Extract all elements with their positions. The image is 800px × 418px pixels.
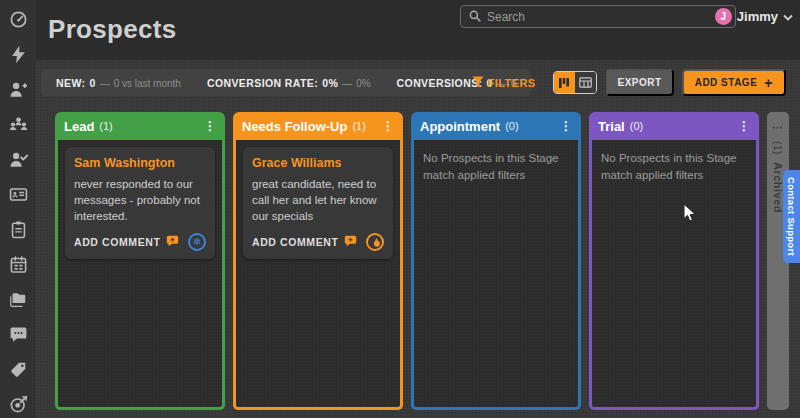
prospect-note: never responded to our messages - probab… — [74, 176, 206, 224]
stat-label: CONVERSION RATE: — [207, 77, 318, 89]
stat-conversion-rate: CONVERSION RATE: 0% — 0% — [207, 77, 371, 89]
stat-delta: 0% — [356, 78, 370, 89]
lightning-icon[interactable] — [8, 44, 28, 64]
page-title: Prospects — [48, 14, 176, 45]
stat-delta: 0 vs last month — [114, 78, 181, 89]
stage-header: Appointment (0) ⋮ — [411, 112, 581, 140]
board-toolbar: FILTERS EXPORT ADD STAGE + — [472, 69, 786, 96]
user-menu[interactable]: J Jimmy — [715, 7, 793, 25]
prospect-name: Sam Washington — [74, 156, 206, 170]
comment-bubble-icon — [344, 235, 357, 249]
stage-body: No Prospects in this Stage match applied… — [411, 140, 581, 410]
comment-bubble-icon — [166, 235, 179, 249]
filters-button[interactable]: FILTERS — [472, 76, 536, 90]
stage-header: Lead (1) ⋮ — [55, 112, 225, 140]
stage-count: (0) — [630, 120, 643, 132]
kanban-board: Lead (1) ⋮ Sam Washington never responde… — [55, 112, 800, 410]
add-comment-button[interactable]: ADD COMMENT — [74, 235, 179, 249]
stat-label: CONVERSIONS: — [397, 77, 483, 89]
stage-name: Appointment — [420, 119, 500, 134]
stage-menu-icon[interactable]: ⋮ — [204, 120, 216, 132]
search-box[interactable]: × — [460, 5, 736, 28]
add-stage-label: ADD STAGE — [695, 77, 758, 88]
chevron-down-icon — [783, 7, 793, 25]
stage-column-trial: Trial (0) ⋮ No Prospects in this Stage m… — [589, 112, 759, 410]
stage-column-appointment: Appointment (0) ⋮ No Prospects in this S… — [411, 112, 581, 410]
stage-header: Trial (0) ⋮ — [589, 112, 759, 140]
stage-count: (0) — [505, 120, 518, 132]
search-input[interactable] — [487, 10, 713, 24]
stage-name: Needs Follow-Up — [242, 119, 347, 134]
cold-indicator-icon[interactable]: ❄ — [188, 233, 206, 251]
add-comment-label: ADD COMMENT — [252, 236, 339, 248]
dashboard-gauge-icon[interactable] — [8, 9, 28, 29]
stat-separator: — — [342, 78, 352, 89]
filters-label: FILTERS — [488, 77, 536, 89]
table-view-button[interactable] — [575, 72, 596, 93]
topbar: Prospects × J Jimmy — [36, 0, 800, 60]
empty-stage-message: No Prospects in this Stage match applied… — [421, 147, 571, 186]
folders-icon[interactable] — [8, 289, 28, 309]
export-button[interactable]: EXPORT — [606, 69, 674, 96]
hot-indicator-icon[interactable] — [366, 233, 384, 251]
prospects-page: Prospects × J Jimmy NEW: 0 — 0 vs last m… — [0, 0, 800, 418]
stage-count: (1) — [772, 141, 784, 154]
stat-label: NEW: — [56, 77, 85, 89]
stats-bar: NEW: 0 — 0 vs last month CONVERSION RATE… — [41, 69, 531, 96]
contact-support-tab[interactable]: Contact Support — [783, 170, 800, 263]
clipboard-icon[interactable] — [8, 219, 28, 239]
target-icon[interactable] — [8, 394, 28, 414]
contact-card-icon[interactable] — [8, 184, 28, 204]
tag-icon[interactable] — [8, 359, 28, 379]
add-comment-label: ADD COMMENT — [74, 236, 161, 248]
card-actions: ADD COMMENT — [252, 233, 384, 251]
search-icon — [469, 8, 481, 26]
stat-value: 0% — [322, 77, 338, 89]
kanban-view-button[interactable] — [554, 72, 575, 93]
stage-count: (1) — [99, 120, 112, 132]
prospect-card[interactable]: Grace Williams great candidate, need to … — [243, 147, 393, 259]
add-stage-button[interactable]: ADD STAGE + — [682, 69, 786, 96]
left-nav-sidebar — [0, 0, 36, 418]
card-actions: ADD COMMENT ❄ — [74, 233, 206, 251]
chat-icon[interactable] — [8, 324, 28, 344]
contact-support-label: Contact Support — [786, 177, 797, 256]
prospect-card[interactable]: Sam Washington never responded to our me… — [65, 147, 215, 259]
empty-stage-message: No Prospects in this Stage match applied… — [599, 147, 749, 186]
user-avatar: J — [715, 8, 732, 25]
stage-column-lead: Lead (1) ⋮ Sam Washington never responde… — [55, 112, 225, 410]
stage-menu-icon[interactable]: ⋮ — [382, 120, 394, 132]
stat-new: NEW: 0 — 0 vs last month — [56, 77, 181, 89]
stage-body: Grace Williams great candidate, need to … — [233, 140, 403, 410]
stage-header: Needs Follow-Up (1) ⋮ — [233, 112, 403, 140]
board-area: NEW: 0 — 0 vs last month CONVERSION RATE… — [36, 60, 800, 418]
prospect-note: great candidate, need to call her and le… — [252, 176, 384, 224]
stage-count: (1) — [352, 120, 365, 132]
calendar-icon[interactable] — [8, 254, 28, 274]
stage-menu-icon[interactable]: ⋯ — [772, 121, 784, 134]
stage-name: Lead — [64, 119, 94, 134]
stat-value: 0 — [89, 77, 95, 89]
add-person-icon[interactable] — [8, 79, 28, 99]
stage-column-needs-follow-up: Needs Follow-Up (1) ⋮ Grace Williams gre… — [233, 112, 403, 410]
stat-separator: — — [100, 78, 110, 89]
stage-name: Trial — [598, 119, 625, 134]
user-name: Jimmy — [737, 9, 778, 24]
filter-funnel-icon — [472, 76, 484, 90]
add-comment-button[interactable]: ADD COMMENT — [252, 235, 357, 249]
stage-body: Sam Washington never responded to our me… — [55, 140, 225, 410]
prospect-name: Grace Williams — [252, 156, 384, 170]
stage-body: No Prospects in this Stage match applied… — [589, 140, 759, 410]
stage-menu-icon[interactable]: ⋮ — [560, 120, 572, 132]
stage-menu-icon[interactable]: ⋮ — [738, 120, 750, 132]
people-group-icon[interactable] — [8, 114, 28, 134]
person-check-icon[interactable] — [8, 149, 28, 169]
view-toggle — [553, 71, 597, 94]
